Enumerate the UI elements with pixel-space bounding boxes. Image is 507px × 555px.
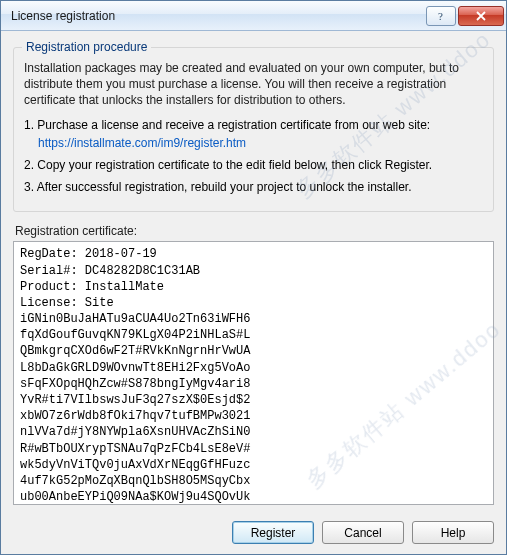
step-3: 3. After successful registration, rebuil… — [24, 179, 483, 195]
help-button[interactable]: Help — [412, 521, 494, 544]
procedure-steps: 1. Purchase a license and receive a regi… — [24, 117, 483, 196]
certificate-label: Registration certificate: — [15, 224, 494, 238]
help-icon[interactable]: ? — [426, 6, 456, 26]
window-controls: ? — [424, 6, 504, 26]
button-row: Register Cancel Help — [1, 513, 506, 554]
cancel-button[interactable]: Cancel — [322, 521, 404, 544]
window-title: License registration — [11, 9, 424, 23]
step-2: 2. Copy your registration certificate to… — [24, 157, 483, 173]
group-label: Registration procedure — [22, 40, 151, 54]
procedure-group: Registration procedure Installation pack… — [13, 47, 494, 212]
dialog-window: License registration ? Registration proc… — [0, 0, 507, 555]
step-1: 1. Purchase a license and receive a regi… — [24, 117, 483, 151]
register-link[interactable]: https://installmate.com/im9/register.htm — [52, 135, 246, 151]
procedure-intro: Installation packages may be created and… — [24, 60, 483, 109]
register-button[interactable]: Register — [232, 521, 314, 544]
dialog-content: Registration procedure Installation pack… — [1, 31, 506, 513]
svg-text:?: ? — [438, 10, 443, 22]
titlebar: License registration ? — [1, 1, 506, 31]
certificate-input[interactable] — [13, 241, 494, 505]
close-icon[interactable] — [458, 6, 504, 26]
